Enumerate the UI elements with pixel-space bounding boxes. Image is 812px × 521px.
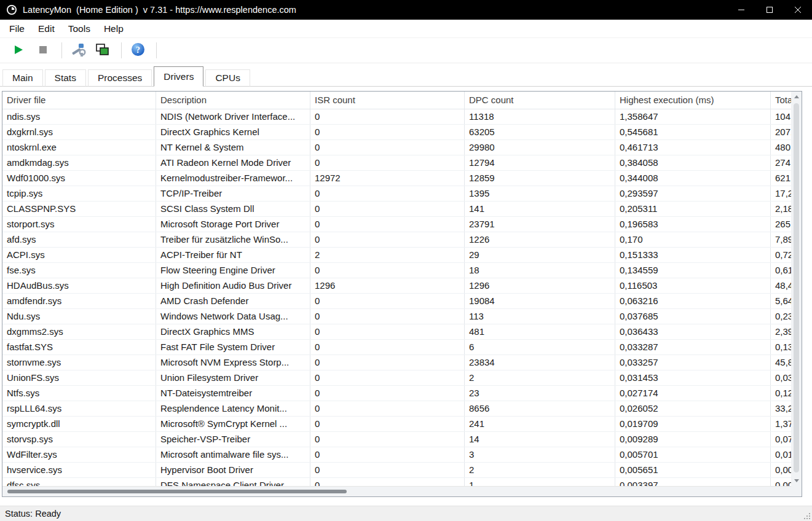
table-row[interactable]: rspLLL64.sysResplendence Latency Monit..… <box>2 401 791 417</box>
table-cell: 0,196583 <box>615 217 771 232</box>
column-header[interactable]: Description <box>156 92 310 109</box>
tools-button[interactable] <box>67 41 89 60</box>
table-cell: 0,116503 <box>615 278 771 293</box>
table-cell: 0,026052 <box>615 401 771 416</box>
window-controls <box>727 0 812 20</box>
table-cell: 0,027174 <box>615 386 771 401</box>
window-title: LatencyMon (Home Edition ) v 7.31 - http… <box>23 5 296 15</box>
close-button[interactable] <box>784 0 812 20</box>
column-header[interactable]: Driver file <box>2 92 156 109</box>
table-row[interactable]: symcryptk.dllMicrosoft® SymCrypt Kernel … <box>2 417 791 432</box>
help-button[interactable]: ? <box>127 41 149 60</box>
scroll-up-arrow-icon[interactable] <box>791 92 802 102</box>
start-button[interactable] <box>7 41 30 60</box>
table-row[interactable]: fse.sysFlow Steering Engine Driver0180,1… <box>2 263 791 278</box>
table-cell: 23834 <box>465 355 615 370</box>
tab-main[interactable]: Main <box>2 69 43 87</box>
table-row[interactable]: storport.sysMicrosoft Storage Port Drive… <box>2 217 791 232</box>
table-cell: 0,019709 <box>615 417 771 431</box>
table-cell: 0,033287 <box>615 340 771 355</box>
scrollbar-corner <box>791 486 802 496</box>
table-row[interactable]: Ntfs.sysNT-Dateisystemtreiber0230,027174… <box>2 386 791 401</box>
table-cell: dxgkrnl.sys <box>2 125 156 139</box>
horizontal-scroll-thumb[interactable] <box>7 490 347 493</box>
table-cell: 0,031453 <box>615 370 771 385</box>
table-row[interactable]: hvservice.sysHypervisor Boot Driver020,0… <box>2 463 791 478</box>
table-row[interactable]: ACPI.sysACPI-Treiber für NT2290,1513330,… <box>2 248 791 263</box>
table-cell: 1041 <box>771 109 791 124</box>
table-row[interactable]: storvsp.sysSpeicher-VSP-Treiber0140,0092… <box>2 432 791 447</box>
table-row[interactable]: dxgkrnl.sysDirectX Graphics Kernel063205… <box>2 125 791 140</box>
table-cell: 23 <box>465 386 615 401</box>
column-header[interactable]: Total <box>771 92 791 109</box>
column-header[interactable]: Highest execution (ms) <box>615 92 771 109</box>
table-row[interactable]: stornvme.sysMicrosoft NVM Express Storp.… <box>2 355 791 370</box>
table-row[interactable]: afd.sysTreiber für zusätzliche WinSo...0… <box>2 232 791 248</box>
menu-file[interactable]: File <box>2 20 31 37</box>
table-row[interactable]: Ndu.sysWindows Network Data Usag...01130… <box>2 309 791 324</box>
table-cell: 0,23 <box>771 309 791 324</box>
scroll-down-arrow-icon[interactable] <box>791 476 802 486</box>
column-header[interactable]: ISR count <box>310 92 465 109</box>
table-cell: 1 <box>465 478 615 486</box>
table-row[interactable]: dxgmms2.sysDirectX Graphics MMS04810,036… <box>2 324 791 340</box>
stop-button[interactable] <box>32 41 54 60</box>
resize-grip[interactable] <box>802 511 811 520</box>
table-cell: 0 <box>310 263 465 278</box>
table-cell: 0,61 <box>771 263 791 278</box>
table-row[interactable]: fastfat.SYSFast FAT File System Driver06… <box>2 340 791 355</box>
table-cell: 2,39 <box>771 324 791 339</box>
title-bar: LatencyMon (Home Edition ) v 7.31 - http… <box>0 0 812 20</box>
horizontal-scrollbar[interactable] <box>2 486 791 496</box>
table-row[interactable]: HDAudBus.sysHigh Definition Audio Bus Dr… <box>2 278 791 294</box>
table-cell: hvservice.sys <box>2 463 156 477</box>
table-row[interactable]: amdkmdag.sysATI Radeon Kernel Mode Drive… <box>2 155 791 171</box>
tab-cpus[interactable]: CPUs <box>205 69 250 87</box>
table-cell: AMD Crash Defender <box>156 294 310 308</box>
table-row[interactable]: ntoskrnl.exeNT Kernel & System0299800,46… <box>2 140 791 155</box>
table-row[interactable]: WdFilter.sysMicrosoft antimalware file s… <box>2 447 791 463</box>
table-cell: fse.sys <box>2 263 156 278</box>
table-cell: storvsp.sys <box>2 432 156 447</box>
table-cell: 0,036433 <box>615 324 771 339</box>
menu-help[interactable]: Help <box>97 20 130 37</box>
maximize-button[interactable] <box>755 0 784 20</box>
table-row[interactable]: ndis.sysNDIS (Network Driver Interface..… <box>2 109 791 125</box>
minimize-button[interactable] <box>727 0 755 20</box>
tab-processes[interactable]: Processes <box>88 69 152 87</box>
tab-drivers[interactable]: Drivers <box>154 66 203 87</box>
table-cell: 0 <box>310 340 465 355</box>
table-cell: fastfat.SYS <box>2 340 156 355</box>
table-cell: HDAudBus.sys <box>2 278 156 293</box>
vertical-scrollbar[interactable] <box>791 92 802 486</box>
table-cell: 0 <box>310 401 465 416</box>
table-row[interactable]: tcpip.sysTCP/IP-Treiber013950,29359717,2 <box>2 186 791 202</box>
drivers-table: Driver fileDescriptionISR countDPC count… <box>2 91 802 497</box>
tab-stats[interactable]: Stats <box>45 69 86 87</box>
table-cell: 0 <box>310 370 465 385</box>
table-row[interactable]: UnionFS.sysUnion Filesystem Driver020,03… <box>2 370 791 386</box>
vertical-scroll-thumb[interactable] <box>794 103 799 472</box>
menu-tools[interactable]: Tools <box>61 20 97 37</box>
table-cell: 8656 <box>465 401 615 416</box>
table-cell: DFS Namespace Client Driver <box>156 478 310 486</box>
column-header[interactable]: DPC count <box>465 92 615 109</box>
table-cell: tcpip.sys <box>2 186 156 201</box>
table-row[interactable]: CLASSPNP.SYSSCSI Class System Dll01410,2… <box>2 202 791 217</box>
table-cell: 7,89 <box>771 232 791 247</box>
menu-edit[interactable]: Edit <box>31 20 61 37</box>
table-cell: 0 <box>310 232 465 247</box>
table-row[interactable]: dfsc.sysDFS Namespace Client Driver010,0… <box>2 478 791 486</box>
copy-report-button[interactable] <box>92 41 114 60</box>
table-cell: 1296 <box>465 278 615 293</box>
table-cell: 0 <box>310 324 465 339</box>
table-cell: ATI Radeon Kernel Mode Driver <box>156 155 310 170</box>
table-cell: 2 <box>465 370 615 385</box>
tools-icon <box>70 42 86 59</box>
table-cell: 0,12 <box>771 386 791 401</box>
table-cell: 141 <box>465 202 615 216</box>
table-row[interactable]: Wdf01000.sysKernelmodustreiber-Framewor.… <box>2 171 791 186</box>
table-cell: 29 <box>465 248 615 262</box>
table-row[interactable]: amdfendr.sysAMD Crash Defender0190840,06… <box>2 294 791 309</box>
table-cell: 2 <box>310 248 465 262</box>
